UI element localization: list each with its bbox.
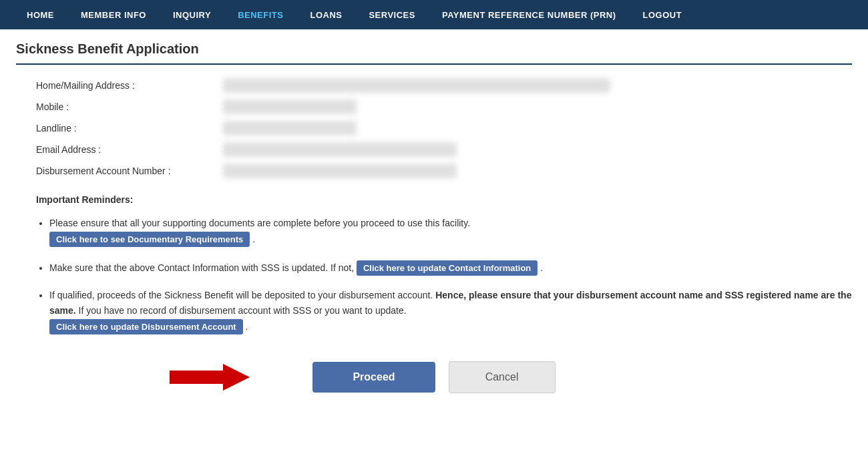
nav-loans[interactable]: LOANS: [296, 10, 355, 20]
reminder-1-after: .: [252, 234, 255, 244]
reminder-3-text-middle: If you have no record of disbursement ac…: [79, 305, 407, 316]
reminder-3-text-before: If qualified, proceeds of the Sickness B…: [49, 290, 433, 300]
svg-marker-0: [170, 364, 250, 391]
mobile-row: Mobile :: [36, 99, 852, 114]
cancel-button[interactable]: Cancel: [449, 361, 556, 393]
mobile-value: [223, 99, 357, 114]
home-address-label: Home/Mailing Address :: [36, 80, 223, 91]
reminder-2-text: Make sure that the above Contact Informa…: [49, 262, 354, 273]
documentary-requirements-link[interactable]: Click here to see Documentary Requiremen…: [49, 232, 250, 247]
reminder-item-3: If qualified, proceeds of the Sickness B…: [49, 288, 852, 334]
disbursement-row: Disbursement Account Number :: [36, 164, 852, 178]
email-row: Email Address :: [36, 142, 852, 157]
disbursement-label: Disbursement Account Number :: [36, 166, 223, 176]
email-label: Email Address :: [36, 144, 223, 155]
landline-label: Landline :: [36, 123, 223, 134]
reminders-list: Please ensure that all your supporting d…: [36, 216, 852, 334]
reminder-item-2: Make sure that the above Contact Informa…: [49, 259, 852, 276]
reminder-item-1: Please ensure that all your supporting d…: [49, 216, 852, 247]
nav-member-info[interactable]: MEMBER INFO: [67, 10, 160, 20]
landline-row: Landline :: [36, 121, 852, 136]
update-contact-info-link[interactable]: Click here to update Contact Information: [357, 260, 537, 276]
navigation: HOME MEMBER INFO INQUIRY BENEFITS LOANS …: [0, 0, 868, 29]
proceed-arrow-icon: [170, 361, 250, 394]
reminder-3-after: .: [246, 321, 248, 332]
reminder-1-text: Please ensure that all your supporting d…: [49, 218, 470, 228]
update-disbursement-link[interactable]: Click here to update Disbursement Accoun…: [49, 319, 243, 334]
nav-inquiry[interactable]: INQUIRY: [160, 10, 224, 20]
home-address-value: [223, 78, 610, 93]
buttons-row: Proceed Cancel: [16, 361, 852, 393]
nav-prn[interactable]: PAYMENT REFERENCE NUMBER (PRN): [429, 10, 630, 20]
email-value: [223, 142, 457, 157]
page-title: Sickness Benefit Application: [16, 41, 852, 65]
nav-services[interactable]: SERVICES: [355, 10, 429, 20]
reminder-2-after: .: [540, 262, 543, 273]
disbursement-value: [223, 164, 457, 178]
nav-benefits[interactable]: BENEFITS: [224, 10, 296, 20]
nav-logout[interactable]: LOGOUT: [630, 10, 696, 20]
page-content: Sickness Benefit Application Home/Mailin…: [0, 29, 868, 405]
reminders-section: Important Reminders: Please ensure that …: [16, 194, 852, 334]
nav-home[interactable]: HOME: [13, 10, 67, 20]
member-info-section: Home/Mailing Address : Mobile : Landline…: [16, 78, 852, 178]
proceed-button[interactable]: Proceed: [312, 362, 435, 393]
mobile-label: Mobile :: [36, 101, 223, 112]
landline-value: [223, 121, 357, 136]
reminders-title: Important Reminders:: [36, 194, 852, 205]
home-address-row: Home/Mailing Address :: [36, 78, 852, 93]
